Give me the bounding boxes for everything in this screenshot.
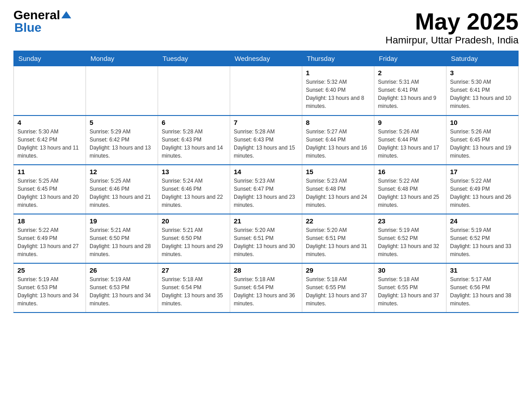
day-info: Sunrise: 5:25 AM Sunset: 6:46 PM Dayligh… bbox=[90, 177, 154, 209]
day-info: Sunrise: 5:27 AM Sunset: 6:44 PM Dayligh… bbox=[306, 128, 370, 160]
day-number: 23 bbox=[378, 217, 442, 225]
day-number: 30 bbox=[378, 266, 442, 274]
day-info: Sunrise: 5:26 AM Sunset: 6:45 PM Dayligh… bbox=[450, 128, 515, 160]
day-info: Sunrise: 5:20 AM Sunset: 6:51 PM Dayligh… bbox=[306, 226, 370, 258]
weekday-header-saturday: Saturday bbox=[446, 51, 519, 66]
calendar-cell: 29Sunrise: 5:18 AM Sunset: 6:55 PM Dayli… bbox=[302, 263, 374, 313]
day-number: 15 bbox=[306, 168, 370, 176]
day-number: 21 bbox=[234, 217, 298, 225]
day-info: Sunrise: 5:32 AM Sunset: 6:40 PM Dayligh… bbox=[306, 78, 370, 110]
day-info: Sunrise: 5:24 AM Sunset: 6:46 PM Dayligh… bbox=[162, 177, 226, 209]
day-info: Sunrise: 5:31 AM Sunset: 6:41 PM Dayligh… bbox=[378, 78, 442, 110]
logo-triangle-icon bbox=[61, 10, 71, 19]
calendar-cell: 31Sunrise: 5:17 AM Sunset: 6:56 PM Dayli… bbox=[446, 263, 519, 313]
calendar-cell bbox=[230, 66, 302, 116]
day-info: Sunrise: 5:19 AM Sunset: 6:52 PM Dayligh… bbox=[450, 226, 515, 258]
day-number: 3 bbox=[450, 69, 515, 77]
day-info: Sunrise: 5:30 AM Sunset: 6:41 PM Dayligh… bbox=[450, 78, 515, 110]
weekday-header-tuesday: Tuesday bbox=[158, 51, 230, 66]
calendar-cell: 24Sunrise: 5:19 AM Sunset: 6:52 PM Dayli… bbox=[446, 214, 519, 263]
day-info: Sunrise: 5:17 AM Sunset: 6:56 PM Dayligh… bbox=[450, 275, 515, 308]
day-info: Sunrise: 5:18 AM Sunset: 6:55 PM Dayligh… bbox=[306, 275, 370, 308]
calendar-week-1: 1Sunrise: 5:32 AM Sunset: 6:40 PM Daylig… bbox=[14, 66, 519, 116]
calendar-cell: 11Sunrise: 5:25 AM Sunset: 6:45 PM Dayli… bbox=[14, 165, 86, 214]
day-number: 11 bbox=[17, 168, 82, 176]
day-number: 28 bbox=[234, 266, 298, 274]
calendar-cell: 21Sunrise: 5:20 AM Sunset: 6:51 PM Dayli… bbox=[230, 214, 302, 263]
day-info: Sunrise: 5:28 AM Sunset: 6:43 PM Dayligh… bbox=[234, 128, 298, 160]
day-info: Sunrise: 5:21 AM Sunset: 6:50 PM Dayligh… bbox=[90, 226, 154, 258]
weekday-header-row: SundayMondayTuesdayWednesdayThursdayFrid… bbox=[14, 51, 519, 66]
calendar-cell: 20Sunrise: 5:21 AM Sunset: 6:50 PM Dayli… bbox=[158, 214, 230, 263]
calendar-cell: 23Sunrise: 5:19 AM Sunset: 6:52 PM Dayli… bbox=[374, 214, 446, 263]
svg-marker-0 bbox=[61, 11, 71, 18]
calendar-cell: 22Sunrise: 5:20 AM Sunset: 6:51 PM Dayli… bbox=[302, 214, 374, 263]
day-info: Sunrise: 5:23 AM Sunset: 6:47 PM Dayligh… bbox=[234, 177, 298, 209]
calendar-cell bbox=[14, 66, 86, 116]
calendar-cell: 5Sunrise: 5:29 AM Sunset: 6:42 PM Daylig… bbox=[86, 116, 158, 165]
day-number: 8 bbox=[306, 119, 370, 126]
day-info: Sunrise: 5:22 AM Sunset: 6:49 PM Dayligh… bbox=[17, 226, 82, 258]
day-number: 2 bbox=[378, 69, 442, 77]
calendar-cell: 30Sunrise: 5:18 AM Sunset: 6:55 PM Dayli… bbox=[374, 263, 446, 313]
calendar-cell: 19Sunrise: 5:21 AM Sunset: 6:50 PM Dayli… bbox=[86, 214, 158, 263]
day-number: 14 bbox=[234, 168, 298, 176]
day-number: 12 bbox=[90, 168, 154, 176]
day-info: Sunrise: 5:20 AM Sunset: 6:51 PM Dayligh… bbox=[234, 226, 298, 258]
page-header: General Blue May 2025 Hamirpur, Uttar Pr… bbox=[13, 9, 519, 46]
calendar-cell: 14Sunrise: 5:23 AM Sunset: 6:47 PM Dayli… bbox=[230, 165, 302, 214]
day-info: Sunrise: 5:22 AM Sunset: 6:49 PM Dayligh… bbox=[450, 177, 515, 209]
day-info: Sunrise: 5:22 AM Sunset: 6:48 PM Dayligh… bbox=[378, 177, 442, 209]
title-block: May 2025 Hamirpur, Uttar Pradesh, India bbox=[386, 9, 519, 46]
day-info: Sunrise: 5:29 AM Sunset: 6:42 PM Dayligh… bbox=[90, 128, 154, 160]
logo-general-text: General bbox=[13, 9, 60, 21]
calendar-cell bbox=[158, 66, 230, 116]
day-number: 9 bbox=[378, 119, 442, 126]
calendar-cell: 3Sunrise: 5:30 AM Sunset: 6:41 PM Daylig… bbox=[446, 66, 519, 116]
day-info: Sunrise: 5:18 AM Sunset: 6:54 PM Dayligh… bbox=[234, 275, 298, 308]
calendar-week-5: 25Sunrise: 5:19 AM Sunset: 6:53 PM Dayli… bbox=[14, 263, 519, 313]
day-number: 5 bbox=[90, 119, 154, 126]
day-number: 19 bbox=[90, 217, 154, 225]
day-info: Sunrise: 5:18 AM Sunset: 6:55 PM Dayligh… bbox=[378, 275, 442, 308]
calendar-cell: 28Sunrise: 5:18 AM Sunset: 6:54 PM Dayli… bbox=[230, 263, 302, 313]
day-number: 20 bbox=[162, 217, 226, 225]
day-number: 27 bbox=[162, 266, 226, 274]
day-info: Sunrise: 5:28 AM Sunset: 6:43 PM Dayligh… bbox=[162, 128, 226, 160]
calendar-cell: 7Sunrise: 5:28 AM Sunset: 6:43 PM Daylig… bbox=[230, 116, 302, 165]
calendar-cell: 17Sunrise: 5:22 AM Sunset: 6:49 PM Dayli… bbox=[446, 165, 519, 214]
day-info: Sunrise: 5:19 AM Sunset: 6:52 PM Dayligh… bbox=[378, 226, 442, 258]
day-number: 4 bbox=[17, 119, 82, 126]
day-number: 25 bbox=[17, 266, 82, 274]
day-number: 24 bbox=[450, 217, 515, 225]
calendar-cell: 25Sunrise: 5:19 AM Sunset: 6:53 PM Dayli… bbox=[14, 263, 86, 313]
day-number: 10 bbox=[450, 119, 515, 126]
calendar-week-2: 4Sunrise: 5:30 AM Sunset: 6:42 PM Daylig… bbox=[14, 116, 519, 165]
weekday-header-thursday: Thursday bbox=[302, 51, 374, 66]
day-number: 17 bbox=[450, 168, 515, 176]
calendar-title: May 2025 bbox=[386, 9, 519, 34]
calendar-table: SundayMondayTuesdayWednesdayThursdayFrid… bbox=[13, 51, 519, 313]
calendar-cell: 9Sunrise: 5:26 AM Sunset: 6:44 PM Daylig… bbox=[374, 116, 446, 165]
calendar-subtitle: Hamirpur, Uttar Pradesh, India bbox=[386, 34, 519, 46]
day-number: 31 bbox=[450, 266, 515, 274]
day-info: Sunrise: 5:19 AM Sunset: 6:53 PM Dayligh… bbox=[17, 275, 82, 308]
day-info: Sunrise: 5:21 AM Sunset: 6:50 PM Dayligh… bbox=[162, 226, 226, 258]
calendar-cell: 8Sunrise: 5:27 AM Sunset: 6:44 PM Daylig… bbox=[302, 116, 374, 165]
day-number: 22 bbox=[306, 217, 370, 225]
weekday-header-monday: Monday bbox=[86, 51, 158, 66]
calendar-cell: 16Sunrise: 5:22 AM Sunset: 6:48 PM Dayli… bbox=[374, 165, 446, 214]
day-info: Sunrise: 5:18 AM Sunset: 6:54 PM Dayligh… bbox=[162, 275, 226, 308]
weekday-header-sunday: Sunday bbox=[14, 51, 86, 66]
day-number: 16 bbox=[378, 168, 442, 176]
weekday-header-friday: Friday bbox=[374, 51, 446, 66]
calendar-week-4: 18Sunrise: 5:22 AM Sunset: 6:49 PM Dayli… bbox=[14, 214, 519, 263]
calendar-cell: 27Sunrise: 5:18 AM Sunset: 6:54 PM Dayli… bbox=[158, 263, 230, 313]
weekday-header-wednesday: Wednesday bbox=[230, 51, 302, 66]
day-info: Sunrise: 5:25 AM Sunset: 6:45 PM Dayligh… bbox=[17, 177, 82, 209]
calendar-cell: 10Sunrise: 5:26 AM Sunset: 6:45 PM Dayli… bbox=[446, 116, 519, 165]
calendar-week-3: 11Sunrise: 5:25 AM Sunset: 6:45 PM Dayli… bbox=[14, 165, 519, 214]
calendar-cell bbox=[86, 66, 158, 116]
day-number: 18 bbox=[17, 217, 82, 225]
logo-blue-text: Blue bbox=[14, 21, 42, 34]
